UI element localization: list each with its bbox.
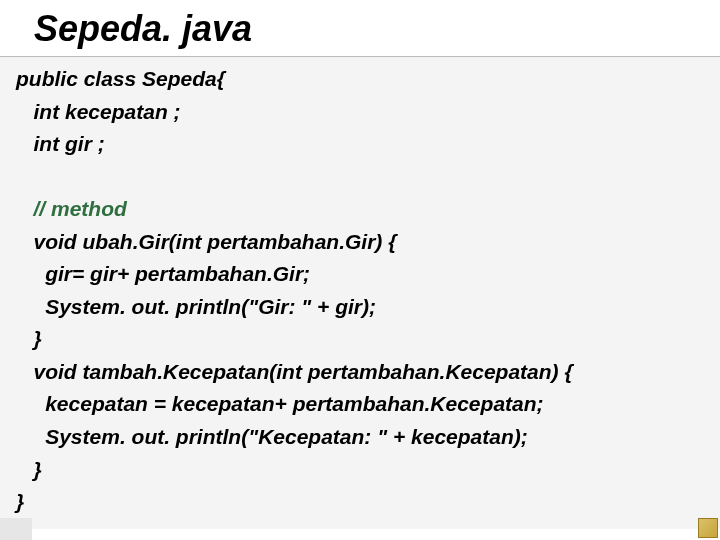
code-line: }	[16, 327, 42, 350]
slide-title: Sepeda. java	[0, 0, 720, 56]
code-line: }	[16, 458, 42, 481]
code-comment: // method	[34, 197, 127, 220]
code-line: int kecepatan ;	[16, 100, 181, 123]
code-line: void tambah.Kecepatan(int pertambahan.Ke…	[16, 360, 573, 383]
code-block: public class Sepeda{ int kecepatan ; int…	[0, 56, 720, 529]
code-line: gir= gir+ pertambahan.Gir;	[16, 262, 310, 285]
footer-sliver	[0, 518, 32, 540]
code-line: public class Sepeda{	[16, 67, 225, 90]
corner-icon	[698, 518, 718, 538]
code-indent	[16, 197, 34, 220]
code-line: int gir ;	[16, 132, 105, 155]
code-line: }	[16, 490, 24, 513]
code-line: System. out. println("Kecepatan: " + kec…	[16, 425, 528, 448]
code-line: kecepatan = kecepatan+ pertambahan.Kecep…	[16, 392, 544, 415]
code-line: System. out. println("Gir: " + gir);	[16, 295, 376, 318]
slide: Sepeda. java public class Sepeda{ int ke…	[0, 0, 720, 540]
code-line: void ubah.Gir(int pertambahan.Gir) {	[16, 230, 396, 253]
